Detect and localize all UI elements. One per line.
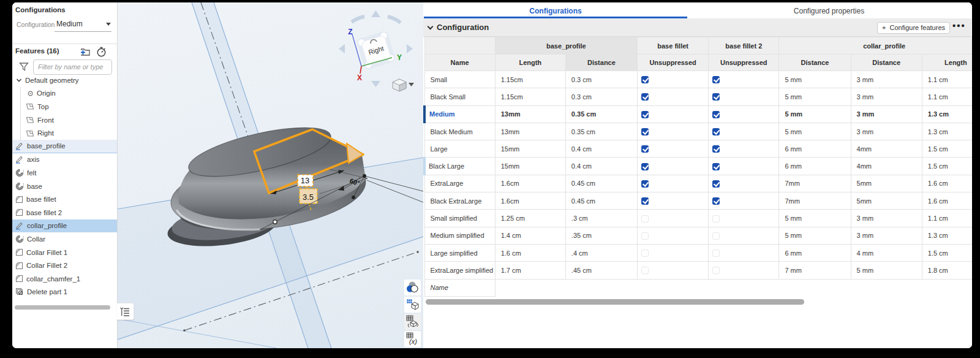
svg-text:3.5: 3.5	[303, 192, 314, 202]
svg-text:(x): (x)	[409, 338, 417, 345]
svg-text:Y: Y	[397, 53, 402, 62]
svg-text:X: X	[357, 74, 362, 82]
svg-text:Z: Z	[348, 28, 352, 36]
svg-text:13: 13	[301, 176, 309, 185]
